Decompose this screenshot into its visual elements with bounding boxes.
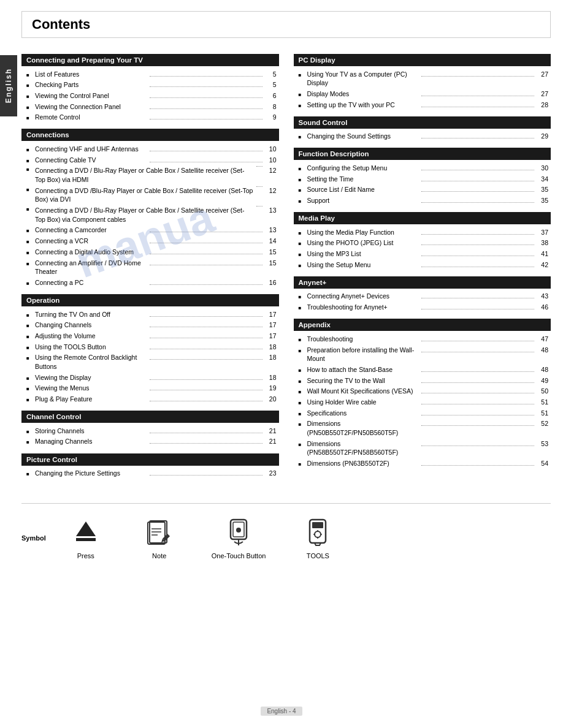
- toc-page: 5: [264, 80, 277, 89]
- toc-dots: [150, 475, 262, 476]
- toc-entry: ■ Viewing the Display 18: [21, 372, 279, 383]
- toc-text: Connecting Cable TV: [35, 156, 148, 165]
- toc-page: 29: [536, 132, 548, 141]
- toc-dots: [421, 382, 534, 383]
- toc-text: Dimensions (PN50B550T2F/PN50B560T5F): [307, 419, 420, 437]
- toc-page: 16: [264, 278, 277, 287]
- toc-page: 17: [264, 310, 277, 319]
- toc-text: Connecting a DVD /Blu-Ray Player or Cabl…: [35, 186, 255, 204]
- toc-text: Using the PHOTO (JPEG) List: [307, 238, 420, 248]
- toc-page: 18: [264, 343, 277, 352]
- toc-text: Securing the TV to the Wall: [307, 376, 420, 385]
- toc-dots: [150, 151, 262, 151]
- toc-page: 50: [536, 387, 548, 396]
- toc-entry: ■ Viewing the Control Panel 6: [21, 90, 279, 101]
- toc-entry: ■ Setting up the TV with your PC 28: [294, 99, 551, 110]
- toc-bullet: ■: [299, 165, 305, 172]
- toc-text: Remote Control: [35, 113, 148, 122]
- symbol-caption-one-touch: One-Touch Button: [212, 552, 266, 559]
- toc-dots: [150, 76, 262, 77]
- toc-entry: ■ Display Modes 27: [294, 88, 551, 99]
- toc-text: Connecting a PC: [35, 278, 148, 287]
- section-header-picture-control: Picture Control: [21, 453, 279, 466]
- toc-dots: [150, 390, 262, 390]
- toc-dots: [421, 256, 534, 256]
- toc-entry: ■ Changing the Sound Settings 29: [294, 131, 551, 142]
- toc-page: 51: [536, 398, 548, 407]
- toc-dots: [150, 265, 262, 265]
- toc-page: 21: [264, 437, 277, 446]
- toc-entry: ■ Dimensions (PN63B550T2F) 54: [294, 458, 551, 469]
- svg-point-10: [236, 528, 241, 533]
- toc-text: Support: [307, 196, 420, 205]
- toc-bullet: ■: [299, 389, 305, 395]
- toc-text: Viewing the Display: [35, 373, 148, 382]
- toc-text: Source List / Edit Name: [307, 185, 420, 194]
- toc-entry: ■ Configuring the Setup Menu 30: [294, 162, 551, 173]
- toc-text: Checking Parts: [35, 80, 148, 89]
- toc-bullet: ■: [299, 134, 305, 140]
- toc-page: 35: [536, 196, 548, 205]
- toc-dots: [421, 170, 534, 170]
- toc-bullet: ■: [26, 115, 33, 121]
- toc-dots: [421, 107, 534, 107]
- toc-bullet: ■: [299, 230, 305, 237]
- toc-entry: ■ Securing the TV to the Wall 49: [294, 375, 551, 386]
- toc-bullet: ■: [26, 146, 33, 153]
- toc-bullet: ■: [26, 385, 33, 392]
- toc-dots: [421, 415, 534, 415]
- toc-page: 14: [264, 237, 277, 246]
- toc-dots: [421, 352, 534, 352]
- toc-dots: [421, 425, 534, 426]
- toc-entry: ■ Connecting a VCR 14: [21, 236, 279, 247]
- toc-entry: ■ Storing Channels 21: [21, 425, 279, 436]
- page-title: Contents: [21, 11, 551, 38]
- toc-dots: [150, 97, 262, 98]
- toc-bullet: ■: [299, 72, 305, 78]
- toc-entry: ■ Plug & Play Feature 20: [21, 394, 279, 405]
- svg-point-13: [315, 531, 321, 537]
- toc-dots: [421, 446, 534, 446]
- toc-text: Connecting Anynet+ Devices: [307, 292, 420, 301]
- toc-dots: [421, 404, 534, 404]
- toc-text: Connecting a DVD / Blu-Ray Player or Cab…: [35, 206, 255, 224]
- toc-page: 20: [264, 395, 277, 404]
- symbol-icon-press: [74, 516, 98, 550]
- toc-dots: [150, 232, 262, 232]
- toc-page: 52: [536, 419, 548, 428]
- toc-entry: ■ Changing the Picture Settings 23: [21, 468, 279, 479]
- symbol-caption-tools: TOOLS: [307, 552, 329, 559]
- toc-entry: ■ Connecting a Camcorder 13: [21, 225, 279, 236]
- toc-dots: [150, 108, 262, 109]
- toc-entry: ■ Changing Channels 17: [21, 320, 279, 331]
- toc-entry: ■ Managing Channels 21: [21, 436, 279, 447]
- toc-entry: ■ Connecting Cable TV 10: [21, 154, 279, 165]
- toc-dots: [421, 298, 534, 298]
- symbol-item-note: Note: [138, 516, 181, 559]
- toc-dots: [421, 341, 534, 341]
- toc-text: Display Modes: [307, 89, 420, 99]
- toc-page: 47: [536, 335, 548, 344]
- toc-dots: [150, 359, 262, 360]
- toc-page: 48: [536, 365, 548, 374]
- toc-dots: [150, 119, 262, 119]
- toc-dots: [150, 316, 262, 317]
- toc-page: 46: [536, 303, 548, 312]
- toc-bullet: ■: [26, 280, 33, 287]
- toc-text: Changing the Picture Settings: [35, 469, 148, 478]
- toc-bullet: ■: [26, 166, 33, 173]
- toc-bullet: ■: [299, 102, 305, 109]
- symbol-items: Press Note One-Touch Button TOOLS: [64, 516, 370, 559]
- symbol-item-press: Press: [64, 516, 107, 559]
- toc-text: Connecting VHF and UHF Antennas: [35, 145, 148, 154]
- toc-page: 42: [536, 260, 548, 270]
- symbol-caption-note: Note: [152, 552, 166, 559]
- toc-entry: ■ Connecting a PC 16: [21, 277, 279, 288]
- toc-entry: ■ Using Your TV as a Computer (PC) Displ…: [294, 69, 551, 88]
- toc-dots: [421, 138, 534, 138]
- toc-text: Connecting an Amplifier / DVD Home Theat…: [35, 259, 148, 276]
- toc-page: 18: [264, 373, 277, 382]
- toc-entry: ■ Specifications 51: [294, 408, 551, 419]
- toc-page: 12: [264, 186, 277, 195]
- toc-page: 37: [536, 228, 548, 237]
